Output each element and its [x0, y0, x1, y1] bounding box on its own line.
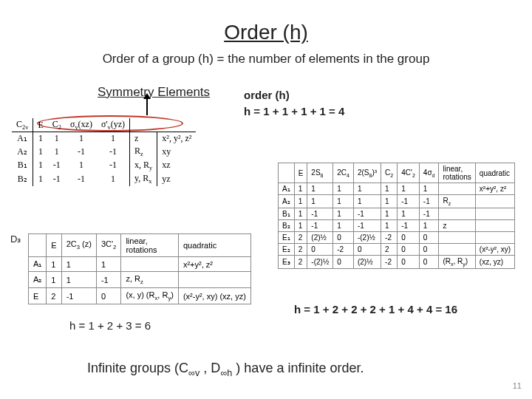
d4d-character-table: E2S82C42(S8)³C24C'24σdlinear,rotationsqu…	[278, 163, 515, 269]
c2v-character-table: C2vEC2σv(xz)σ'v(yz)A₁1111zx², y², z²A₂11…	[12, 118, 196, 186]
order-equation-d4d: h = 1 + 2 + 2 + 2 + 1 + 4 + 4 = 16	[294, 303, 457, 316]
infinite-groups-text: Infinite groups (C∞v , D∞h ) have a infi…	[87, 361, 364, 378]
subtitle: Order of a group (h) = the number of ele…	[0, 52, 532, 66]
page-number: 11	[513, 381, 522, 390]
d3-character-table: E2C3 (z)3C'2linear,rotationsquadraticA₁1…	[28, 233, 251, 304]
order-equation-c2v: h = 1 + 1 + 1 + 1 = 4	[244, 105, 344, 117]
arrow-up-icon	[146, 98, 148, 115]
d3-label: D₃	[10, 233, 21, 245]
page-title: Order (h)	[0, 21, 532, 44]
symmetry-elements-label: Symmetry Elements	[98, 85, 210, 100]
order-equation-d3: h = 1 + 2 + 3 = 6	[69, 319, 151, 332]
order-h-label: order (h)	[244, 89, 290, 101]
